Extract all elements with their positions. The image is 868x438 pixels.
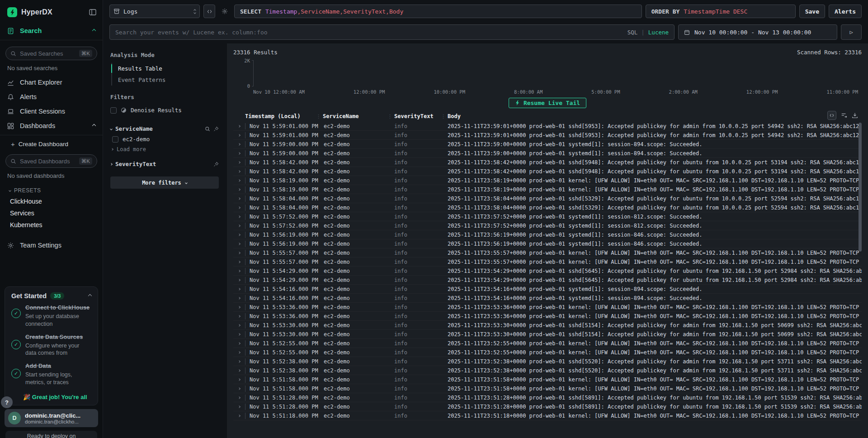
table-row[interactable]: Nov 11 5:58:04.000 PM ec2-demo info 2025…	[233, 194, 862, 203]
expand-row-icon[interactable]	[233, 243, 245, 245]
run-query-button[interactable]: ▷	[841, 24, 862, 40]
mode-lucene[interactable]: Lucene	[648, 29, 669, 36]
expand-view-icon[interactable]	[827, 111, 836, 120]
mode-event-patterns[interactable]: Event Patterns	[112, 74, 219, 86]
vertical-scrollbar[interactable]	[859, 123, 862, 252]
expand-row-icon[interactable]	[233, 279, 245, 281]
expand-row-icon[interactable]	[233, 324, 245, 326]
expand-row-icon[interactable]	[233, 125, 245, 127]
table-row[interactable]: Nov 11 5:58:04.000 PM ec2-demo info 2025…	[233, 203, 862, 212]
table-row[interactable]: Nov 11 5:58:19.000 PM ec2-demo info 2025…	[233, 176, 862, 185]
sidebar-item-dashboards[interactable]: Dashboards	[0, 119, 103, 133]
expand-row-icon[interactable]	[233, 171, 245, 172]
query-settings-gear-icon[interactable]	[219, 5, 231, 18]
table-row[interactable]: Nov 11 5:59:01.000 PM ec2-demo info 2025…	[233, 131, 862, 140]
column-header-servicename[interactable]: ServiceName ⋮	[323, 113, 394, 119]
table-row[interactable]: Nov 11 5:58:42.000 PM ec2-demo info 2025…	[233, 167, 862, 176]
table-row[interactable]: Nov 11 5:51:28.000 PM ec2-demo info 2025…	[233, 402, 862, 411]
help-button[interactable]: ?	[1, 396, 13, 408]
pin-icon[interactable]	[213, 162, 219, 167]
column-header-timestamp[interactable]: Timestamp (Local) ⋮	[245, 113, 323, 119]
column-resize-handle[interactable]: ⋮	[439, 114, 448, 119]
event-search-box[interactable]: SQL | Lucene	[109, 24, 675, 40]
expand-row-icon[interactable]	[233, 234, 245, 236]
column-resize-handle[interactable]: ⋮	[386, 114, 394, 119]
table-row[interactable]: Nov 11 5:58:42.000 PM ec2-demo info 2025…	[233, 158, 862, 167]
sidebar-item-team-settings[interactable]: Team Settings	[0, 238, 103, 252]
column-resize-handle[interactable]: ⋮	[314, 114, 323, 119]
column-header-body[interactable]: Body	[448, 113, 862, 119]
expand-row-icon[interactable]	[233, 361, 245, 362]
table-row[interactable]: Nov 11 5:57:52.000 PM ec2-demo info 2025…	[233, 221, 862, 230]
preset-dashboard-item[interactable]: ClickHouse	[0, 195, 103, 207]
checkbox-icon[interactable]	[112, 136, 118, 143]
filter-value-ec2-demo[interactable]: ec2-demo	[112, 134, 219, 144]
expand-row-icon[interactable]	[233, 143, 245, 145]
expand-row-icon[interactable]	[233, 343, 245, 344]
source-select[interactable]: Logs	[109, 5, 200, 18]
table-row[interactable]: Nov 11 5:54:29.000 PM ec2-demo info 2025…	[233, 267, 862, 276]
get-started-step[interactable]: ✓ Add Data Start sending logs, metrics, …	[11, 362, 91, 386]
table-row[interactable]: Nov 11 5:59:00.000 PM ec2-demo info 2025…	[233, 140, 862, 149]
expand-row-icon[interactable]	[233, 288, 245, 290]
table-row[interactable]: Nov 11 5:56:19.000 PM ec2-demo info 2025…	[233, 230, 862, 239]
table-row[interactable]: Nov 11 5:57:52.000 PM ec2-demo info 2025…	[233, 212, 862, 221]
preset-dashboard-item[interactable]: Kubernetes	[0, 219, 103, 231]
preset-dashboard-item[interactable]: Services	[0, 207, 103, 219]
denoise-toggle[interactable]: Denoise Results	[110, 105, 219, 115]
sidebar-item-alerts[interactable]: Alerts	[0, 90, 103, 104]
expand-row-icon[interactable]	[233, 306, 245, 308]
get-started-step[interactable]: ✓ Create Data Sources Configure where yo…	[11, 333, 91, 357]
mode-sql[interactable]: SQL	[627, 29, 638, 36]
table-row[interactable]: Nov 11 5:53:36.000 PM ec2-demo info 2025…	[233, 303, 862, 312]
table-row[interactable]: Nov 11 5:54:29.000 PM ec2-demo info 2025…	[233, 276, 862, 285]
table-row[interactable]: Nov 11 5:53:30.000 PM ec2-demo info 2025…	[233, 330, 862, 339]
checkbox-icon[interactable]	[110, 107, 117, 114]
expand-row-icon[interactable]	[233, 388, 245, 390]
get-started-header[interactable]: Get Started 3/3	[11, 292, 91, 300]
expand-row-icon[interactable]	[233, 252, 245, 254]
date-range-picker[interactable]: Nov 10 00:00:00 - Nov 13 00:00:00	[678, 24, 837, 40]
alerts-button[interactable]: Alerts	[829, 5, 862, 18]
saved-searches-input[interactable]: Saved Searches ⌘K	[5, 47, 97, 60]
table-row[interactable]: Nov 11 5:59:01.000 PM ec2-demo info 2025…	[233, 122, 862, 131]
table-row[interactable]: Nov 11 5:52:55.000 PM ec2-demo info 2025…	[233, 348, 862, 357]
expand-row-icon[interactable]	[233, 333, 245, 335]
table-row[interactable]: Nov 11 5:55:57.000 PM ec2-demo info 2025…	[233, 248, 862, 257]
expand-row-icon[interactable]	[233, 315, 245, 317]
order-by-input[interactable]: ORDER BYTimestampTime DESC	[646, 5, 796, 18]
table-row[interactable]: Nov 11 5:56:19.000 PM ec2-demo info 2025…	[233, 239, 862, 248]
search-input[interactable]	[115, 29, 623, 36]
expand-row-icon[interactable]	[233, 415, 245, 417]
expand-row-icon[interactable]	[233, 216, 245, 218]
expand-row-icon[interactable]	[233, 180, 245, 181]
code-toggle-icon[interactable]	[203, 5, 215, 18]
table-row[interactable]: Nov 11 5:52:55.000 PM ec2-demo info 2025…	[233, 339, 862, 348]
more-filters-button[interactable]: More filters	[110, 176, 219, 189]
table-row[interactable]: Nov 11 5:54:16.000 PM ec2-demo info 2025…	[233, 294, 862, 303]
sidebar-item-chart-explorer[interactable]: Chart Explorer	[0, 75, 103, 90]
get-started-step[interactable]: ✓ Connect to ClickHouse Set up your data…	[11, 304, 91, 328]
table-row[interactable]: Nov 11 5:53:36.000 PM ec2-demo info 2025…	[233, 312, 862, 321]
column-header-severitytext[interactable]: SeverityText ⋮	[394, 113, 448, 119]
presets-toggle[interactable]: PRESETS	[0, 183, 103, 195]
expand-row-icon[interactable]	[233, 297, 245, 299]
user-menu[interactable]: D dominic.tran@clic... dominic.tran@clic…	[5, 409, 98, 427]
table-row[interactable]: Nov 11 5:51:58.000 PM ec2-demo info 2025…	[233, 384, 862, 393]
table-row[interactable]: Nov 11 5:52:38.000 PM ec2-demo info 2025…	[233, 357, 862, 366]
filter-group-severitytext[interactable]: SeverityText	[110, 157, 219, 169]
table-row[interactable]: Nov 11 5:51:28.000 PM ec2-demo info 2025…	[233, 393, 862, 402]
format-rows-icon[interactable]	[841, 112, 847, 119]
table-row[interactable]: Nov 11 5:51:58.000 PM ec2-demo info 2025…	[233, 375, 862, 384]
expand-row-icon[interactable]	[233, 261, 245, 263]
collapse-sidebar-icon[interactable]	[89, 9, 96, 15]
expand-row-icon[interactable]	[233, 207, 245, 209]
sidebar-item-search[interactable]: Search	[0, 24, 103, 38]
expand-row-icon[interactable]	[233, 352, 245, 353]
pin-icon[interactable]	[213, 126, 219, 132]
sidebar-item-client-sessions[interactable]: Client Sessions	[0, 104, 103, 119]
expand-row-icon[interactable]	[233, 379, 245, 381]
deploy-banner[interactable]: Ready to deploy on	[5, 431, 97, 438]
expand-row-icon[interactable]	[233, 134, 245, 136]
expand-row-icon[interactable]	[233, 162, 245, 163]
